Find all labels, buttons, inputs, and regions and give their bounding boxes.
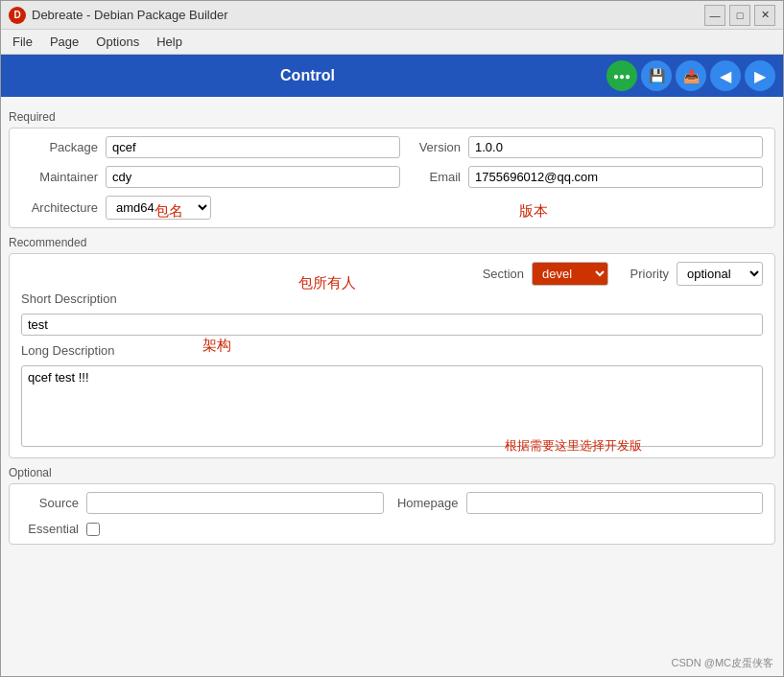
close-button[interactable]: ✕: [754, 5, 775, 26]
email-input[interactable]: [468, 166, 763, 188]
version-label: Version: [408, 140, 461, 154]
window-controls: — □ ✕: [704, 5, 775, 26]
recommended-section-label: Recommended: [9, 236, 775, 249]
long-description-label: Long Description: [21, 343, 115, 358]
package-input[interactable]: [106, 136, 400, 158]
source-homepage-row: Source Homepage: [21, 492, 763, 514]
source-label: Source: [21, 496, 79, 510]
source-input[interactable]: [86, 492, 384, 514]
watermark: CSDN @MC皮蛋侠客: [672, 656, 774, 670]
version-input[interactable]: [468, 136, 763, 158]
back-button[interactable]: ◀: [710, 60, 741, 91]
more-button[interactable]: ●●●: [606, 60, 637, 91]
maintainer-label: Maintainer: [21, 170, 98, 184]
app-icon: D: [9, 7, 26, 24]
required-section: Package Version Maintainer Email Archite…: [9, 128, 775, 228]
maintainer-input[interactable]: [106, 166, 400, 188]
export-button[interactable]: 📤: [676, 60, 706, 91]
section-label: Section: [476, 267, 524, 281]
homepage-input[interactable]: [466, 492, 764, 514]
title-bar: D Debreate - Debian Package Builder — □ …: [1, 1, 783, 30]
maintainer-row: Maintainer Email: [21, 166, 763, 188]
homepage-label: Homepage: [392, 496, 459, 510]
forward-button[interactable]: ▶: [745, 60, 775, 91]
short-description-input[interactable]: [21, 314, 763, 336]
short-description-row: Short Description: [21, 292, 763, 306]
menu-options[interactable]: Options: [88, 32, 147, 52]
minimize-button[interactable]: —: [704, 5, 725, 26]
priority-label: Priority: [616, 267, 669, 281]
package-label: Package: [21, 140, 98, 154]
menu-page[interactable]: Page: [42, 32, 86, 52]
essential-checkbox[interactable]: [86, 523, 100, 536]
essential-label: Essential: [21, 522, 79, 536]
email-label: Email: [408, 170, 461, 184]
required-section-label: Required: [9, 110, 775, 124]
architecture-select[interactable]: amd64 i386 all any: [106, 196, 211, 220]
save-button[interactable]: 💾: [641, 60, 672, 91]
content-area: 包名 版本 包所有人 架构 根据需要这里选择开发版 Required Packa…: [1, 97, 783, 676]
long-description-input-row: qcef test !!!: [21, 365, 763, 450]
optional-section: Source Homepage Essential: [9, 483, 775, 545]
long-description-textarea[interactable]: qcef test !!!: [21, 365, 763, 447]
architecture-row: Architecture amd64 i386 all any: [21, 196, 763, 220]
essential-row: Essential: [21, 522, 763, 536]
menu-help[interactable]: Help: [149, 32, 190, 52]
section-priority-row: Section devel admin libs net utils Prior…: [21, 262, 763, 286]
maximize-button[interactable]: □: [729, 5, 750, 26]
menu-file[interactable]: File: [5, 32, 40, 52]
recommended-section: Section devel admin libs net utils Prior…: [9, 253, 775, 458]
toolbar-title: Control: [9, 67, 606, 84]
title-bar-left: D Debreate - Debian Package Builder: [9, 7, 228, 24]
toolbar: Control ●●● 💾 📤 ◀ ▶: [1, 55, 783, 97]
window-title: Debreate - Debian Package Builder: [32, 8, 228, 22]
section-select[interactable]: devel admin libs net utils: [532, 262, 608, 286]
short-description-input-row: [21, 314, 763, 336]
package-row: Package Version: [21, 136, 763, 158]
optional-section-label: Optional: [9, 466, 775, 479]
architecture-label: Architecture: [21, 200, 98, 215]
toolbar-buttons: ●●● 💾 📤 ◀ ▶: [606, 60, 775, 91]
main-window: D Debreate - Debian Package Builder — □ …: [0, 0, 784, 677]
priority-select[interactable]: optional required important standard ext…: [677, 262, 763, 286]
menu-bar: File Page Options Help: [1, 30, 783, 55]
short-description-label: Short Description: [21, 292, 117, 306]
long-description-label-row: Long Description: [21, 343, 763, 358]
